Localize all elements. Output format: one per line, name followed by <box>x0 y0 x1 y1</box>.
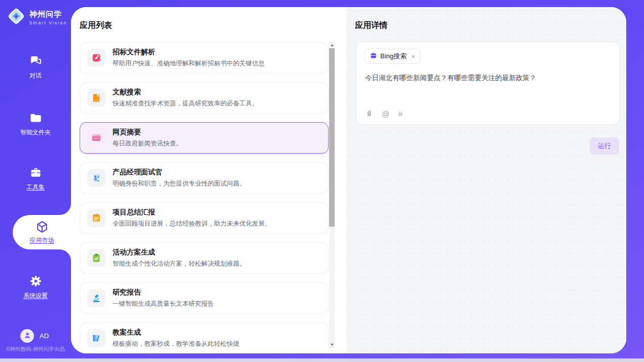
scroll-up-icon[interactable] <box>329 42 335 48</box>
app-description: 智能生成个性化活动方案，轻松解决规划难题。 <box>113 260 246 268</box>
user-initials: AD <box>40 332 49 340</box>
app-name: 教案生成 <box>113 328 239 337</box>
app-name: 产品经理面试官 <box>113 168 246 177</box>
at-icon[interactable]: @ <box>382 110 389 118</box>
hash-icon[interactable]: # <box>398 110 402 118</box>
microscope-icon <box>87 289 105 307</box>
sidebar-item-label: 工具集 <box>26 183 45 192</box>
paperclip-icon[interactable] <box>365 110 373 118</box>
app-list: 招标文件解析帮助用户快速、准确地理解和解析招标书中的关键信息文献搜索快速精准查找… <box>80 42 329 348</box>
app-list-panel: 应用列表 招标文件解析帮助用户快速、准确地理解和解析招标书中的关键信息文献搜索快… <box>71 7 346 353</box>
bottom-strip <box>0 358 644 362</box>
app-card-tender-analysis[interactable]: 招标文件解析帮助用户快速、准确地理解和解析招标书中的关键信息 <box>80 42 329 74</box>
sidebar-item-app-market[interactable]: 应用市场 <box>13 215 71 249</box>
cube-icon <box>35 220 49 234</box>
sidebar-item-system-settings[interactable]: 系统设置 <box>0 274 71 300</box>
notepad-icon <box>87 209 105 227</box>
app-name: 网页摘要 <box>113 128 183 137</box>
interviewer-icon <box>87 169 105 187</box>
app-description: 全面回顾项目进展，总结经验教训，助力未来优化发展。 <box>113 220 271 228</box>
app-list-title: 应用列表 <box>80 20 112 31</box>
user-profile[interactable]: AD <box>20 329 49 343</box>
app-name: 文献搜索 <box>113 88 259 97</box>
app-detail-title: 应用详情 <box>355 20 387 31</box>
app-window: 神州问学 Smart Vision 对话智能文件夹工具集应用市场系统设置 AD … <box>0 0 644 362</box>
app-description: 明确身份和职责，为您提供专业性的面试问题。 <box>113 179 246 188</box>
app-description: 帮助用户快速、准确地理解和解析招标书中的关键信息 <box>113 59 265 68</box>
app-card-event-plan-generator[interactable]: 活动方案生成智能生成个性化活动方案，轻松解决规划难题。 <box>80 242 329 274</box>
app-card-text: 项目总结汇报全面回顾项目进展，总结经验教训，助力未来优化发展。 <box>113 208 271 228</box>
scrollbar-thumb[interactable] <box>329 48 335 227</box>
app-card-text: 产品经理面试官明确身份和职责，为您提供专业性的面试问题。 <box>113 168 246 188</box>
gear-icon <box>28 274 43 288</box>
toolbox-icon <box>28 165 43 179</box>
sidebar-item-chat[interactable]: 对话 <box>0 54 71 80</box>
brand-text: 神州问学 Smart Vision <box>29 10 67 25</box>
app-card-text: 文献搜索快速精准查找学术资源，提高研究效率的必备工具。 <box>113 88 259 108</box>
sidebar-item-label: 应用市场 <box>30 236 54 245</box>
app-card-web-summary[interactable]: </>网页摘要每日政府新闻资讯快查。 <box>80 122 329 154</box>
tool-tag: Bing搜索 × <box>365 49 420 64</box>
book-icon <box>87 89 105 107</box>
app-card-project-summary[interactable]: 项目总结汇报全面回顾项目进展，总结经验教训，助力未来优化发展。 <box>80 202 329 234</box>
run-button[interactable]: 运行 <box>590 137 619 155</box>
app-description: 每日政府新闻资讯快查。 <box>113 139 183 148</box>
scroll-down-icon[interactable] <box>329 342 335 348</box>
brand-logo: 神州问学 Smart Vision <box>7 7 67 28</box>
browser-code-icon: </> <box>87 129 105 147</box>
copyright-text: ©神州数码·神州问学出品 <box>2 346 69 353</box>
avatar <box>20 329 34 343</box>
close-icon[interactable]: × <box>411 53 415 60</box>
app-name: 研究报告 <box>113 288 214 297</box>
app-description: 快速精准查找学术资源，提高研究效率的必备工具。 <box>113 99 259 108</box>
app-card-literature-search[interactable]: 文献搜索快速精准查找学术资源，提高研究效率的必备工具。 <box>80 82 329 114</box>
books-icon <box>87 329 105 347</box>
sidebar-item-label: 智能文件夹 <box>20 128 51 137</box>
app-card-lesson-plan-generator[interactable]: 教案生成模板驱动，教案秒成，教学准备从此轻松快捷 <box>80 322 329 348</box>
tool-tag-label: Bing搜索 <box>380 52 407 61</box>
app-detail-panel: 应用详情 Bing搜索 × 今日湖北有哪些新闻要点？有哪些需要关注的最新政策？ … <box>346 7 626 353</box>
app-card-text: 网页摘要每日政府新闻资讯快查。 <box>113 128 183 148</box>
brand-subtitle: Smart Vision <box>29 20 67 25</box>
app-name: 招标文件解析 <box>113 48 265 57</box>
brand-name: 神州问学 <box>29 10 67 19</box>
app-card-research-report[interactable]: 研究报告一键智能生成高质量长文本研究报告 <box>80 282 329 314</box>
sidebar-item-smart-folders[interactable]: 智能文件夹 <box>0 111 71 137</box>
app-card-pm-interviewer[interactable]: 产品经理面试官明确身份和职责，为您提供专业性的面试问题。 <box>80 162 329 194</box>
app-description: 模板驱动，教案秒成，教学准备从此轻松快捷 <box>113 340 239 348</box>
user-icon <box>23 331 31 341</box>
app-card-text: 教案生成模板驱动，教案秒成，教学准备从此轻松快捷 <box>113 328 239 348</box>
app-description: 一键智能生成高质量长文本研究报告 <box>113 300 214 308</box>
sidebar-item-label: 系统设置 <box>23 292 48 300</box>
attachment-toolbar: @# <box>365 110 403 118</box>
app-card-text: 研究报告一键智能生成高质量长文本研究报告 <box>113 288 214 308</box>
prompt-input[interactable]: Bing搜索 × 今日湖北有哪些新闻要点？有哪些需要关注的最新政策？ @# <box>356 42 620 125</box>
app-card-text: 招标文件解析帮助用户快速、准确地理解和解析招标书中的关键信息 <box>113 48 265 68</box>
diamond-gem-icon <box>7 7 26 28</box>
scrollbar[interactable] <box>329 42 335 348</box>
app-name: 活动方案生成 <box>113 248 246 257</box>
briefcase-icon <box>370 52 377 61</box>
main-content: 应用列表 招标文件解析帮助用户快速、准确地理解和解析招标书中的关键信息文献搜索快… <box>71 7 626 353</box>
app-card-text: 活动方案生成智能生成个性化活动方案，轻松解决规划难题。 <box>113 248 246 268</box>
prompt-text: 今日湖北有哪些新闻要点？有哪些需要关注的最新政策？ <box>365 74 611 83</box>
sidebar-item-toolset[interactable]: 工具集 <box>0 165 71 192</box>
folder-icon <box>28 111 43 125</box>
pen-square-icon <box>87 49 105 67</box>
sidebar: 神州问学 Smart Vision 对话智能文件夹工具集应用市场系统设置 AD … <box>0 0 71 362</box>
clipboard-check-icon <box>87 249 105 267</box>
app-name: 项目总结汇报 <box>113 208 271 217</box>
chat-icon <box>28 54 43 68</box>
sidebar-item-label: 对话 <box>29 71 42 80</box>
svg-text:</>: </> <box>94 137 99 140</box>
